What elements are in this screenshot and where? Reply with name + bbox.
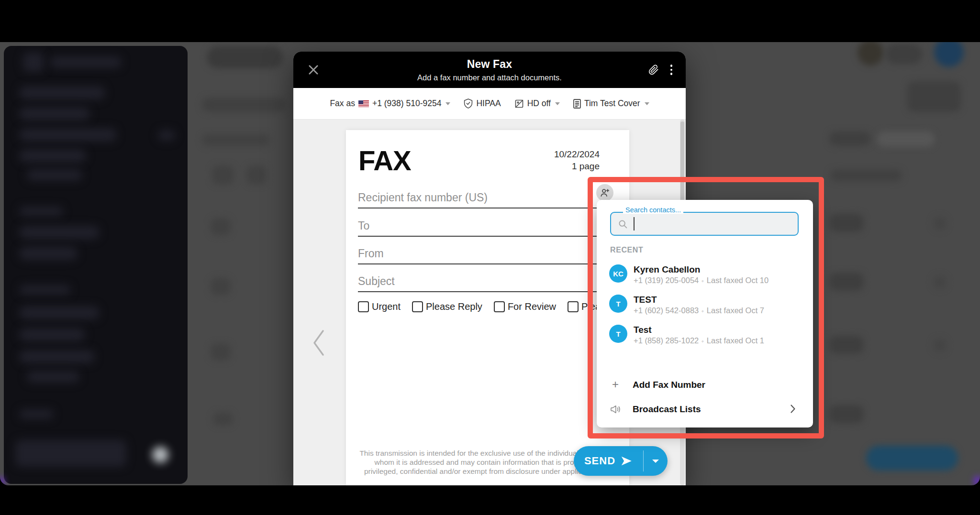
field-subject[interactable]: Subject	[358, 271, 616, 292]
fax-date-pages: 10/22/2024 1 page	[554, 148, 600, 172]
megaphone-icon	[610, 405, 621, 414]
hipaa-badge[interactable]: HIPAA	[464, 99, 501, 109]
fax-page-count: 1 page	[554, 160, 600, 172]
field-to-label: To	[358, 219, 369, 236]
checkbox-please-reply[interactable]: Please Reply	[412, 301, 482, 312]
send-label: SEND	[584, 455, 615, 467]
fax-heading: FAX	[358, 144, 411, 176]
cover-page-label: Tim Test Cover	[584, 99, 640, 109]
dot-separator-icon: ◦	[699, 338, 707, 345]
recent-section-header: RECENT	[610, 246, 643, 254]
checkbox-for-review[interactable]: For Review	[494, 301, 556, 312]
modal-subtitle: Add a fax number and attach documents.	[417, 73, 562, 82]
send-plane-icon	[620, 455, 633, 467]
letterbox-top	[0, 0, 980, 42]
chevron-down-icon	[645, 102, 649, 105]
contact-last-faxed: Last faxed Oct 1	[707, 336, 764, 345]
chevron-left-icon[interactable]	[312, 329, 326, 357]
contact-phone: +1 (319) 205-0054	[634, 276, 699, 285]
field-to[interactable]: To	[358, 216, 616, 237]
send-options-dropdown[interactable]	[644, 446, 668, 476]
contact-last-faxed: Last faxed Oct 10	[707, 276, 768, 285]
fax-cover-sheet: FAX 10/22/2024 1 page Recipient fax numb…	[346, 130, 629, 485]
plus-icon: +	[612, 378, 619, 391]
checkbox-icon	[568, 301, 579, 312]
avatar: T	[609, 295, 627, 313]
contact-subline: +1 (319) 205-0054◦Last faxed Oct 10	[634, 276, 768, 285]
add-fax-number-label: Add Fax Number	[633, 380, 705, 390]
contacts-popover: Search contacts... RECENT KC Kyren Cabel…	[597, 200, 813, 427]
modal-title: New Fax	[417, 58, 562, 71]
contact-subline: +1 (858) 285-1022◦Last faxed Oct 1	[634, 336, 764, 345]
contact-phone: +1 (602) 542-0883	[634, 306, 699, 315]
attach-paperclip-icon[interactable]	[648, 65, 659, 75]
cover-page-selector[interactable]: Tim Test Cover	[573, 99, 649, 109]
add-fax-number-item[interactable]: + Add Fax Number	[597, 376, 813, 395]
field-subject-label: Subject	[358, 275, 395, 291]
chevron-down-icon	[652, 460, 659, 463]
screen: New Fax Add a fax number and attach docu…	[0, 0, 980, 515]
modal-header: New Fax Add a fax number and attach docu…	[293, 52, 686, 88]
contact-name: Test	[634, 325, 652, 335]
avatar: T	[609, 325, 627, 343]
shield-check-icon	[464, 99, 473, 109]
checkbox-urgent-label: Urgent	[372, 301, 401, 312]
avatar: KC	[609, 264, 627, 283]
checkbox-icon	[494, 301, 505, 312]
chevron-down-icon	[445, 102, 450, 105]
broadcast-lists-label: Broadcast Lists	[633, 404, 701, 415]
field-recipient-label: Recipient fax number (US)	[358, 191, 488, 208]
search-icon	[618, 219, 628, 229]
chevron-down-icon	[555, 102, 560, 105]
search-contacts-input[interactable]	[610, 212, 799, 236]
send-button[interactable]: SEND	[574, 446, 668, 476]
fax-as-label: Fax as	[330, 99, 355, 109]
hd-toggle[interactable]: HD off	[514, 99, 560, 109]
chevron-right-icon	[790, 404, 796, 414]
field-recipient-fax-number[interactable]: Recipient fax number (US)	[358, 187, 616, 208]
broadcast-lists-item[interactable]: Broadcast Lists	[597, 400, 813, 419]
contact-row-test[interactable]: T Test +1 (858) 285-1022◦Last faxed Oct …	[597, 325, 813, 351]
hipaa-label: HIPAA	[476, 99, 501, 109]
contact-name: TEST	[634, 295, 657, 305]
kebab-menu-icon[interactable]	[668, 63, 675, 77]
checkbox-urgent[interactable]: Urgent	[358, 301, 401, 312]
hd-label: HD off	[527, 99, 551, 109]
field-from-label: From	[358, 247, 384, 263]
field-from[interactable]: From	[358, 243, 616, 264]
contact-row-kyren-cabellon[interactable]: KC Kyren Cabellon +1 (319) 205-0054◦Last…	[597, 264, 813, 291]
send-button-main[interactable]: SEND	[574, 446, 643, 476]
hd-off-icon	[514, 99, 524, 109]
fax-date: 10/22/2024	[554, 148, 600, 160]
add-contact-icon[interactable]	[596, 184, 613, 201]
text-cursor	[634, 217, 635, 230]
contact-subline: +1 (602) 542-0883◦Last faxed Oct 7	[634, 306, 764, 315]
sidebar	[4, 46, 188, 484]
checkbox-please-reply-label: Please Reply	[426, 301, 482, 312]
close-icon[interactable]	[307, 63, 320, 77]
checkbox-for-review-label: For Review	[508, 301, 556, 312]
dot-separator-icon: ◦	[699, 277, 707, 285]
contact-last-faxed: Last faxed Oct 7	[707, 306, 764, 315]
contact-row-test-upper[interactable]: T TEST +1 (602) 542-0883◦Last faxed Oct …	[597, 295, 813, 321]
search-input-floating-label: Search contacts...	[623, 206, 683, 214]
contact-name: Kyren Cabellon	[634, 264, 700, 275]
checkbox-icon	[412, 301, 423, 312]
contact-phone: +1 (858) 285-1022	[634, 336, 699, 345]
letterbox-bottom	[0, 485, 980, 515]
dot-separator-icon: ◦	[699, 307, 707, 315]
fax-as-number: +1 (938) 510-9254	[372, 99, 442, 109]
fax-as-selector[interactable]: Fax as +1 (938) 510-9254	[330, 99, 450, 109]
fax-options-toolbar: Fax as +1 (938) 510-9254 HIPAA HD off	[293, 88, 686, 120]
checkbox-icon	[358, 301, 369, 312]
cover-page-icon	[573, 99, 581, 109]
us-flag-icon	[358, 100, 369, 107]
